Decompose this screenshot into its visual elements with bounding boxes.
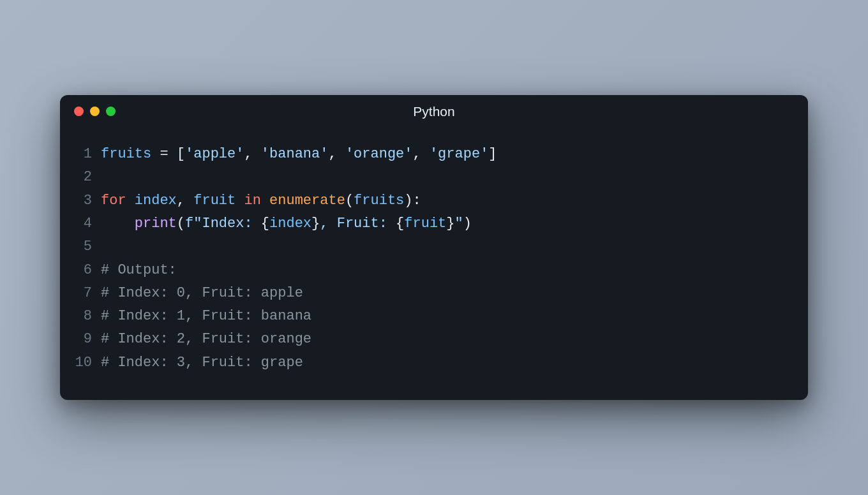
token-str: 'banana' xyxy=(261,146,329,162)
token-fstr: " xyxy=(455,216,463,232)
line-number: 4 xyxy=(74,212,101,235)
token-punct: ( xyxy=(177,216,185,232)
token-name: fruit xyxy=(193,193,236,209)
code-line: 5 xyxy=(74,235,794,258)
token-punct: [ xyxy=(177,146,185,162)
token-comment: # Index: 2, Fruit: orange xyxy=(101,331,311,347)
token-fstr: , Fruit: xyxy=(320,216,396,232)
code-area[interactable]: 1fruits = ['apple', 'banana', 'orange', … xyxy=(60,124,808,400)
code-line: 7# Index: 0, Fruit: apple xyxy=(74,282,794,305)
token-str: 'apple' xyxy=(185,146,244,162)
line-number: 2 xyxy=(74,166,101,189)
code-line: 9# Index: 2, Fruit: orange xyxy=(74,328,794,351)
token-op xyxy=(261,193,269,209)
token-interp: fruit xyxy=(404,216,446,232)
token-punct: ) xyxy=(463,216,472,232)
token-punct: , xyxy=(177,193,193,209)
window-title: Python xyxy=(413,104,454,119)
token-comment: # Index: 1, Fruit: banana xyxy=(101,308,311,324)
code-window: Python 1fruits = ['apple', 'banana', 'or… xyxy=(60,95,808,400)
close-icon[interactable] xyxy=(74,107,84,116)
token-punct: ( xyxy=(345,193,354,209)
code-content: # Index: 0, Fruit: apple xyxy=(101,282,303,305)
token-punct: , xyxy=(328,146,345,162)
token-kw: in xyxy=(244,193,260,209)
code-line: 6# Output: xyxy=(74,259,794,282)
token-op xyxy=(236,193,244,209)
line-number: 3 xyxy=(74,189,101,212)
code-line: 10# Index: 3, Fruit: grape xyxy=(74,351,794,374)
traffic-lights xyxy=(74,107,116,116)
token-punct: } xyxy=(446,216,454,232)
token-punct: , xyxy=(244,146,260,162)
code-content: # Index: 1, Fruit: banana xyxy=(101,305,311,328)
code-line: 2 xyxy=(74,166,794,189)
token-punct: ] xyxy=(488,146,497,162)
token-str: 'orange' xyxy=(345,146,413,162)
token-punct: { xyxy=(396,216,404,232)
code-content: # Index: 3, Fruit: grape xyxy=(101,351,303,374)
token-func: print xyxy=(135,216,177,232)
token-name: fruits xyxy=(101,146,151,162)
maximize-icon[interactable] xyxy=(106,107,116,116)
line-number: 8 xyxy=(74,305,101,328)
token-comment: # Output: xyxy=(101,262,177,278)
token-comment: # Index: 0, Fruit: apple xyxy=(101,285,303,301)
code-content: # Output: xyxy=(101,259,177,282)
token-op xyxy=(126,193,135,209)
code-line: 4 print(f"Index: {index}, Fruit: {fruit}… xyxy=(74,212,794,235)
line-number: 5 xyxy=(74,235,101,258)
token-punct: ): xyxy=(404,193,421,209)
token-op xyxy=(101,216,135,232)
line-number: 9 xyxy=(74,328,101,351)
token-str: 'grape' xyxy=(430,146,488,162)
titlebar: Python xyxy=(60,95,808,124)
code-content: fruits = ['apple', 'banana', 'orange', '… xyxy=(101,143,497,166)
token-builtin: enumerate xyxy=(269,193,345,209)
token-punct: } xyxy=(311,216,320,232)
token-interp: index xyxy=(269,216,311,232)
token-op: = xyxy=(151,146,177,162)
token-kw: for xyxy=(101,193,126,209)
token-name: index xyxy=(135,193,177,209)
line-number: 6 xyxy=(74,259,101,282)
line-number: 10 xyxy=(74,351,101,374)
token-name: fruits xyxy=(354,193,404,209)
code-content: print(f"Index: {index}, Fruit: {fruit}") xyxy=(101,212,472,235)
line-number: 7 xyxy=(74,282,101,305)
code-line: 3for index, fruit in enumerate(fruits): xyxy=(74,189,794,212)
code-line: 1fruits = ['apple', 'banana', 'orange', … xyxy=(74,143,794,166)
token-fstr: f"Index: xyxy=(185,216,261,232)
code-content: # Index: 2, Fruit: orange xyxy=(101,328,311,351)
minimize-icon[interactable] xyxy=(90,107,100,116)
code-line: 8# Index: 1, Fruit: banana xyxy=(74,305,794,328)
token-punct: , xyxy=(413,146,430,162)
token-punct: { xyxy=(261,216,269,232)
line-number: 1 xyxy=(74,143,101,166)
token-comment: # Index: 3, Fruit: grape xyxy=(101,355,303,371)
code-content: for index, fruit in enumerate(fruits): xyxy=(101,189,421,212)
